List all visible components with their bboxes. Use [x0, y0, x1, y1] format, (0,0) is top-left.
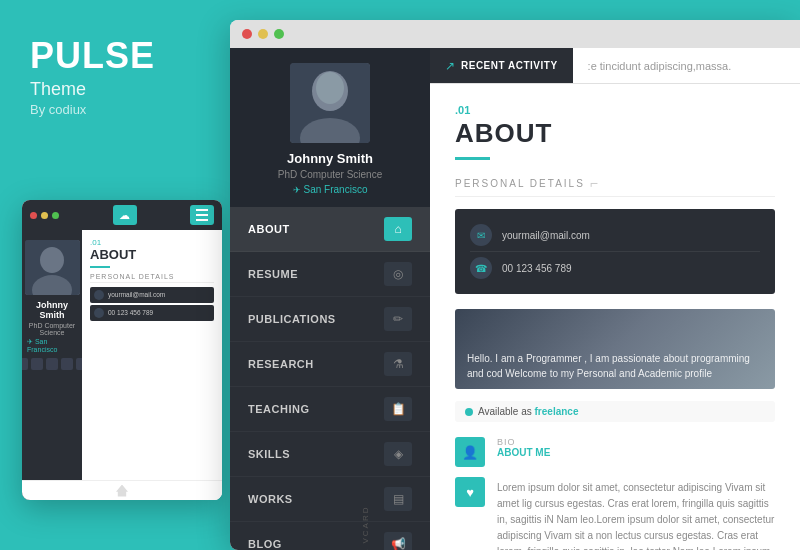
mobile-section-title: ABOUT	[90, 247, 214, 263]
mobile-dot-green	[52, 212, 59, 219]
bio-sublabel: ABOUT ME	[497, 447, 550, 458]
bio-row-1: 👤 BIO ABOUT ME	[455, 437, 775, 467]
bio-row-2: ♥ Lorem ipsum dolor sit amet, consectetu…	[455, 477, 775, 550]
mobile-cloud-icon: ☁	[113, 205, 137, 225]
sidebar-location-icon: ✈	[293, 185, 301, 195]
hamburger-lines-icon	[196, 209, 208, 221]
nav-icon-resume: ◎	[384, 262, 412, 286]
bio-content-1: BIO ABOUT ME	[497, 437, 550, 467]
mobile-body: Johnny Smith PhD Computer Science ✈ San …	[22, 230, 222, 500]
nav-item-works[interactable]: WORKS ▤	[230, 477, 430, 522]
bio-section: 👤 BIO ABOUT ME ♥ Lorem ipsum dolor sit a…	[455, 437, 775, 550]
mobile-social-g	[46, 358, 58, 370]
brand-title: PULSE	[30, 35, 155, 77]
mobile-content-inner: .01 ABOUT PERSONAL DETAILS yourmail@mail…	[82, 230, 222, 331]
main-content-area: ↗ RECENT ACTIVITY :e tincidunt adipiscin…	[430, 48, 800, 550]
nav-icon-teaching: 📋	[384, 397, 412, 421]
topbar-preview-text: :e tincidunt adipiscing,massa.	[573, 60, 747, 72]
content-topbar: ↗ RECENT ACTIVITY :e tincidunt adipiscin…	[430, 48, 800, 84]
mobile-content-area: .01 ABOUT PERSONAL DETAILS yourmail@mail…	[82, 230, 222, 500]
sidebar-navigation: ABOUT ⌂ RESUME ◎ PUBLICATIONS ✏ RESEARCH…	[230, 207, 430, 550]
mobile-profile-degree: PhD Computer Science	[27, 322, 77, 336]
mobile-profile-name: Johnny Smith	[27, 300, 77, 320]
section-num: .01	[455, 104, 775, 116]
nav-item-skills[interactable]: SKILLS ◈	[230, 432, 430, 477]
nav-label-publications: PUBLICATIONS	[248, 313, 336, 325]
nav-item-about[interactable]: ABOUT ⌂	[230, 207, 430, 252]
mobile-dot-yellow	[41, 212, 48, 219]
mobile-home-button[interactable]	[22, 480, 222, 500]
section-title-divider	[455, 157, 490, 160]
nav-item-publications[interactable]: PUBLICATIONS ✏	[230, 297, 430, 342]
mobile-email-icon	[94, 290, 104, 300]
mobile-social-t	[31, 358, 43, 370]
email-icon: ✉	[470, 224, 492, 246]
window-titlebar	[230, 20, 800, 48]
mobile-hamburger[interactable]	[190, 205, 214, 225]
brand-by: By codiux	[30, 102, 155, 117]
main-window: Johnny Smith PhD Computer Science ✈ San …	[230, 20, 800, 550]
bio-label: BIO	[497, 437, 550, 447]
sidebar-vertical-label: ACADEMIC PERSONAL VCARD	[361, 506, 370, 551]
nav-label-works: WORKS	[248, 493, 293, 505]
nav-item-blog[interactable]: BLOG 📢	[230, 522, 430, 550]
mobile-details-label: PERSONAL DETAILS	[90, 273, 214, 283]
mobile-phone-row: 00 123 456 789	[90, 305, 214, 321]
mobile-window-controls	[30, 212, 59, 219]
svg-point-1	[40, 247, 64, 273]
personal-details-label: PERSONAL DETAILS ⌐	[455, 175, 775, 197]
nav-icon-publications: ✏	[384, 307, 412, 331]
mobile-location: ✈ San Francisco	[27, 338, 77, 353]
recent-activity-icon: ↗	[445, 59, 455, 73]
mobile-social-d	[61, 358, 73, 370]
mobile-profile-area: Johnny Smith PhD Computer Science ✈ San …	[22, 230, 82, 378]
mobile-section-num: .01	[90, 238, 214, 247]
mobile-titlebar: ☁	[22, 200, 222, 230]
sidebar-location: ✈ San Francisco	[293, 184, 368, 195]
sidebar-profile-degree: PhD Computer Science	[278, 169, 383, 180]
main-sidebar: Johnny Smith PhD Computer Science ✈ San …	[230, 48, 430, 550]
phone-row: ☎ 00 123 456 789	[470, 252, 760, 284]
nav-icon-skills: ◈	[384, 442, 412, 466]
window-dot-yellow	[258, 29, 268, 39]
mobile-preview: ☁ Johnny Smith PhD Computer Sci	[22, 200, 222, 500]
available-dot-icon	[465, 408, 473, 416]
avatar-illustration	[25, 240, 80, 295]
nav-icon-blog: 📢	[384, 532, 412, 550]
nav-icon-research: ⚗	[384, 352, 412, 376]
nav-item-resume[interactable]: RESUME ◎	[230, 252, 430, 297]
mobile-phone-icon	[94, 308, 104, 318]
phone-value: 00 123 456 789	[502, 263, 572, 274]
content-body: .01 ABOUT PERSONAL DETAILS ⌐ ✉ yourmail@…	[430, 84, 800, 550]
branding-block: PULSE Theme By codiux	[30, 35, 155, 117]
brand-subtitle: Theme	[30, 79, 155, 100]
nav-label-resume: RESUME	[248, 268, 298, 280]
nav-item-research[interactable]: RESEARCH ⚗	[230, 342, 430, 387]
bio-person-icon: 👤	[455, 437, 485, 467]
available-text: Available as freelance	[478, 406, 578, 417]
hero-image-block: Hello. I am a Programmer , I am passiona…	[455, 309, 775, 389]
phone-icon: ☎	[470, 257, 492, 279]
sidebar-profile: Johnny Smith PhD Computer Science ✈ San …	[230, 48, 430, 207]
nav-icon-works: ▤	[384, 487, 412, 511]
email-row: ✉ yourmail@mail.com	[470, 219, 760, 252]
mobile-email-text: yourmail@mail.com	[108, 291, 165, 298]
nav-label-research: RESEARCH	[248, 358, 314, 370]
nav-icon-about: ⌂	[384, 217, 412, 241]
available-badge: Available as freelance	[455, 401, 775, 422]
nav-label-teaching: TEACHING	[248, 403, 309, 415]
nav-item-teaching[interactable]: TEACHING 📋	[230, 387, 430, 432]
nav-label-blog: BLOG	[248, 538, 282, 550]
window-body: Johnny Smith PhD Computer Science ✈ San …	[230, 48, 800, 550]
bio-content-2: Lorem ipsum dolor sit amet, consectetur …	[497, 477, 775, 550]
recent-activity-label: RECENT ACTIVITY	[461, 60, 558, 71]
mobile-section-divider	[90, 266, 110, 268]
mobile-home-icon	[116, 485, 128, 497]
available-status: freelance	[535, 406, 579, 417]
window-dot-green	[274, 29, 284, 39]
recent-activity-tab[interactable]: ↗ RECENT ACTIVITY	[430, 48, 573, 83]
email-value: yourmail@mail.com	[502, 230, 590, 241]
mobile-social-icons	[22, 358, 88, 370]
nav-label-about: ABOUT	[248, 223, 290, 235]
sidebar-profile-name: Johnny Smith	[287, 151, 373, 166]
